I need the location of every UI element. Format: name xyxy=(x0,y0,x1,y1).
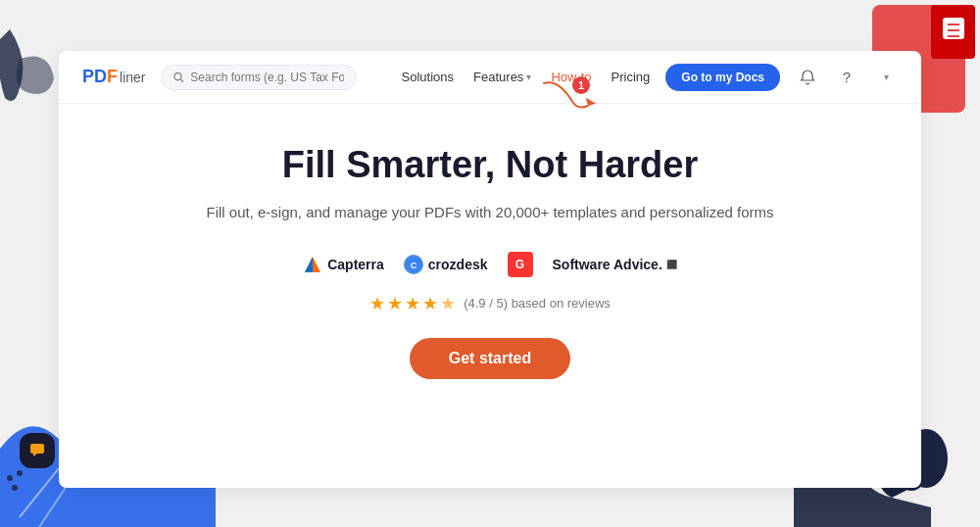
g2-label: G xyxy=(515,258,524,271)
goto-docs-button[interactable]: Go to my Docs xyxy=(665,64,780,91)
capterra-badge: Capterra xyxy=(303,255,384,274)
svg-point-8 xyxy=(7,475,13,481)
hero-subtitle: Fill out, e-sign, and manage your PDFs w… xyxy=(206,204,773,220)
logo-pdf-text: PDF xyxy=(82,67,118,87)
rating-text: (4.9 / 5) based on reviews xyxy=(464,296,611,311)
help-icon[interactable]: ? xyxy=(835,66,858,89)
features-chevron-icon: ▾ xyxy=(526,72,531,82)
software-advice-label: Software Advice. xyxy=(553,257,662,272)
search-bar[interactable] xyxy=(161,65,357,90)
hero-section: Fill Smarter, Not Harder Fill out, e-sig… xyxy=(59,104,921,408)
star-5-half: ★ xyxy=(440,293,456,314)
search-icon xyxy=(173,72,184,83)
stars-row: ★ ★ ★ ★ ★ (4.9 / 5) based on reviews xyxy=(369,293,611,314)
svg-rect-2 xyxy=(943,18,964,39)
svg-rect-28 xyxy=(30,444,44,454)
star-rating: ★ ★ ★ ★ ★ xyxy=(369,293,456,314)
features-link[interactable]: Features ▾ xyxy=(473,70,531,84)
dropdown-chevron-icon: ▾ xyxy=(884,72,889,82)
logo-liner-text: liner xyxy=(120,70,145,85)
pricing-link[interactable]: Pricing xyxy=(612,70,651,84)
svg-point-10 xyxy=(12,485,18,491)
svg-point-9 xyxy=(17,470,23,476)
star-2: ★ xyxy=(387,293,403,314)
search-input[interactable] xyxy=(190,71,344,84)
navbar: PDF liner Solutions Features ▾ How-to Pr… xyxy=(59,51,921,104)
crozdesk-label: crozdesk xyxy=(428,257,488,272)
nav-links: Solutions Features ▾ How-to Pricing xyxy=(402,70,651,84)
hero-title: Fill Smarter, Not Harder xyxy=(282,143,698,188)
badges-row: Capterra C crozdesk G Software Advice. xyxy=(303,252,677,277)
notification-bell-icon[interactable] xyxy=(796,66,819,89)
crozdesk-icon: C xyxy=(404,255,423,274)
software-advice-badge: Software Advice. ⬛ xyxy=(553,257,677,272)
notification-badge: 1 xyxy=(572,76,590,94)
chat-bubble-button[interactable] xyxy=(20,433,55,468)
crozdesk-badge: C crozdesk xyxy=(404,255,488,274)
solutions-link[interactable]: Solutions xyxy=(402,70,454,84)
chat-icon xyxy=(29,443,45,458)
software-advice-superscript: ⬛ xyxy=(666,260,677,269)
star-4: ★ xyxy=(422,293,438,314)
svg-text:C: C xyxy=(411,261,417,270)
main-card: PDF liner Solutions Features ▾ How-to Pr… xyxy=(59,51,921,488)
svg-rect-1 xyxy=(931,5,975,59)
svg-marker-25 xyxy=(305,257,313,272)
g2-badge: G xyxy=(508,252,533,277)
star-3: ★ xyxy=(405,293,420,314)
logo[interactable]: PDF liner xyxy=(82,67,145,87)
get-started-button[interactable]: Get started xyxy=(410,338,570,379)
svg-line-6 xyxy=(20,468,59,517)
capterra-label: Capterra xyxy=(327,257,384,272)
expand-icon[interactable]: ▾ xyxy=(874,66,898,89)
star-1: ★ xyxy=(369,293,385,314)
capterra-icon xyxy=(303,255,322,274)
svg-point-21 xyxy=(174,72,181,79)
svg-line-22 xyxy=(181,79,183,81)
